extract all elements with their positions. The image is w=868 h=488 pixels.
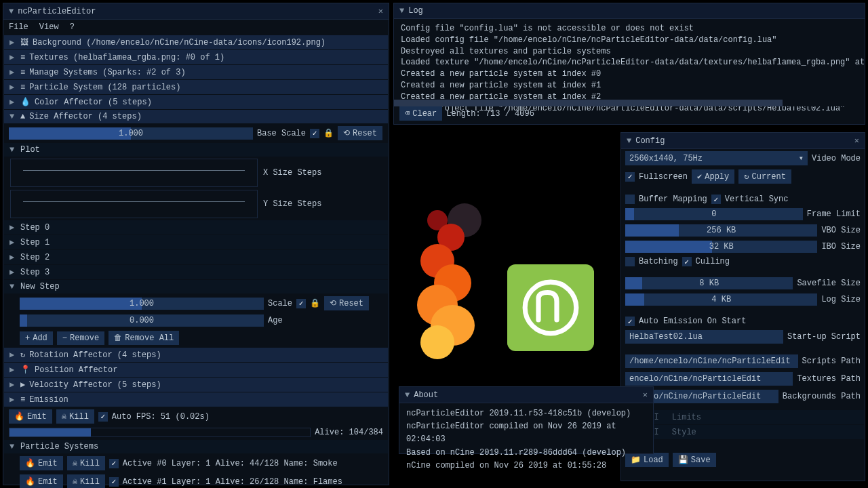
section-manage-systems[interactable]: ▶≡Manage Systems (Sparks: #2 of 3) [4,65,388,79]
section-particle-system[interactable]: ▶≡Particle System (128 particles) [4,80,388,94]
base-scale-slider[interactable]: 1.000 [9,127,253,140]
apply-button[interactable]: ✔Apply [692,169,734,184]
lock-icon: 🔒 [323,128,334,138]
culling-checkbox[interactable] [682,257,692,266]
autofps-label: Auto FPS: 51 (0.02s) [112,412,210,422]
autoemit-checkbox[interactable] [625,317,635,326]
section-color-affector[interactable]: ▶💧Color Affector (5 steps) [4,95,388,109]
drop-icon: 💧 [20,97,31,107]
log-panel: ▼ Log Config file "config.lua" is not ac… [393,3,865,125]
y-size-plot [10,190,258,218]
vsync-checkbox[interactable] [711,195,721,204]
section-velocity-affector[interactable]: ▶▶Velocity Affector (5 steps) [4,378,388,392]
size-icon: ▲ [20,112,25,121]
section-step0[interactable]: ▶Step 0 [4,220,388,235]
x-size-label: X Size Steps [263,168,321,178]
section-newstep[interactable]: ▼New Step [4,280,388,293]
collapse-icon: ▼ [627,136,631,146]
ps0-info: Active #0 Layer: 1 Alive: 44/128 Name: S… [123,459,338,468]
remove-all-button[interactable]: 🗑Remove All [108,331,179,345]
ps1-active-checkbox[interactable] [109,477,119,487]
savefile-slider[interactable]: 8 KB [625,277,793,289]
textures-path-input[interactable]: encelo/nCine/ncParticleEdit [625,372,793,386]
base-scale-reset-button[interactable]: ⟲Reset [338,126,382,140]
section-textures[interactable]: ▶≡Textures (helbaflamea_rgba.png: #0 of … [4,50,388,64]
newstep-reset-button[interactable]: ⟲Reset [324,296,369,310]
section-step3[interactable]: ▶Step 3 [4,265,388,279]
section-step2[interactable]: ▶Step 2 [4,250,388,264]
section-position-affector[interactable]: ▶📍Position Affector [4,363,388,377]
vbo-slider[interactable]: 256 KB [625,224,817,237]
base-scale-lock-checkbox[interactable] [310,129,319,138]
section-gui-style[interactable]: ▶GUI Style [628,425,864,439]
ps1-emit-button[interactable]: 🔥Emit [20,474,63,488]
menu-view[interactable]: View [39,22,59,32]
videomode-dropdown[interactable]: 2560x1440, 75Hz▾ [625,151,808,165]
section-step1[interactable]: ▶Step 1 [4,235,388,249]
close-icon[interactable]: ✕ [643,390,648,400]
system-icon: ≡ [20,83,25,92]
about-panel: ▼ About ✕ ncParticleEditor 2019.11.r53-4… [399,386,654,454]
newstep-lock-checkbox[interactable] [296,299,306,308]
menu-help[interactable]: ? [70,22,75,32]
ibo-slider[interactable]: 32 KB [625,241,817,253]
framelimit-slider[interactable]: 0 [625,208,803,220]
list-icon: ≡ [20,68,25,77]
collapse-icon: ▼ [405,390,410,400]
section-emission[interactable]: ▶≡Emission [4,392,388,407]
log-titlebar[interactable]: ▼ Log [394,3,865,19]
base-scale-label: Base Scale [257,129,306,138]
buffermap-checkbox[interactable] [625,195,635,204]
fullscreen-checkbox[interactable] [625,172,635,182]
section-gui-limits[interactable]: ▶GUI Limits [628,410,864,424]
log-length: Length: 713 / 4096 [446,109,534,119]
add-step-button[interactable]: +Add [20,331,53,345]
remove-step-button[interactable]: −Remove [57,331,104,345]
velocity-icon: ▶ [20,380,25,390]
check-icon: ✔ [697,171,702,182]
config-title: Config [635,136,665,146]
x-size-plot [10,159,258,187]
editor-title: ncParticleEditor [18,7,96,16]
section-rotation-affector[interactable]: ▶↻Rotation Affector (4 steps) [4,348,388,362]
menu-file[interactable]: File [9,22,28,32]
fire-icon: 🔥 [14,411,24,422]
ps1-kill-button[interactable]: ☠Kill [67,474,105,488]
startup-script-input[interactable]: HelbaTest02.lua [625,330,783,344]
config-titlebar[interactable]: ▼ Config ✕ [621,133,865,149]
collapse-icon: ▼ [9,7,14,16]
ps0-kill-button[interactable]: ☠Kill [67,456,105,470]
newstep-age-slider[interactable]: 0.000 [20,314,264,327]
close-icon[interactable]: ✕ [854,136,859,146]
editor-titlebar[interactable]: ▼ ncParticleEditor ✕ [3,3,389,20]
section-particle-systems[interactable]: ▼Particle Systems [4,440,388,453]
autofps-checkbox[interactable] [98,412,108,422]
rotate-icon: ↻ [20,350,25,360]
kill-button[interactable]: ☠Kill [56,409,94,424]
log-clear-button[interactable]: ⌫Clear [399,106,442,121]
logsize-slider[interactable]: 4 KB [625,293,817,306]
layers-icon: ≡ [20,53,25,62]
ps0-active-checkbox[interactable] [109,459,119,468]
collapse-icon: ▼ [399,6,404,16]
skull-icon: ☠ [73,458,77,468]
lock-icon: 🔒 [310,298,320,308]
close-icon[interactable]: ✕ [378,6,383,16]
menubar: File View ? [3,20,389,35]
about-titlebar[interactable]: ▼ About ✕ [399,387,653,403]
newstep-scale-slider[interactable]: 1.000 [20,298,264,310]
config-panel: ▼ Config ✕ 2560x1440, 75Hz▾ Video Mode F… [620,132,865,481]
scripts-path-input[interactable]: /home/encelo/nCine/ncParticleEdit [625,354,798,368]
skull-icon: ☠ [62,411,66,422]
batching-checkbox[interactable] [625,257,635,266]
section-size-affector[interactable]: ▼▲Size Affector (4 steps) [4,110,388,123]
section-background[interactable]: ▶🖼Background (/home/encelo/nCine/nCine-d… [4,35,388,49]
svg-point-0 [525,282,576,333]
section-plot[interactable]: ▼Plot [4,143,388,157]
config-save-button[interactable]: 💾Save [673,453,716,467]
ps0-emit-button[interactable]: 🔥Emit [20,456,63,470]
minus-icon: − [62,333,67,343]
chevron-down-icon: ▾ [799,153,804,163]
emit-button[interactable]: 🔥Emit [9,409,52,424]
current-button[interactable]: ↻Current [738,169,791,184]
